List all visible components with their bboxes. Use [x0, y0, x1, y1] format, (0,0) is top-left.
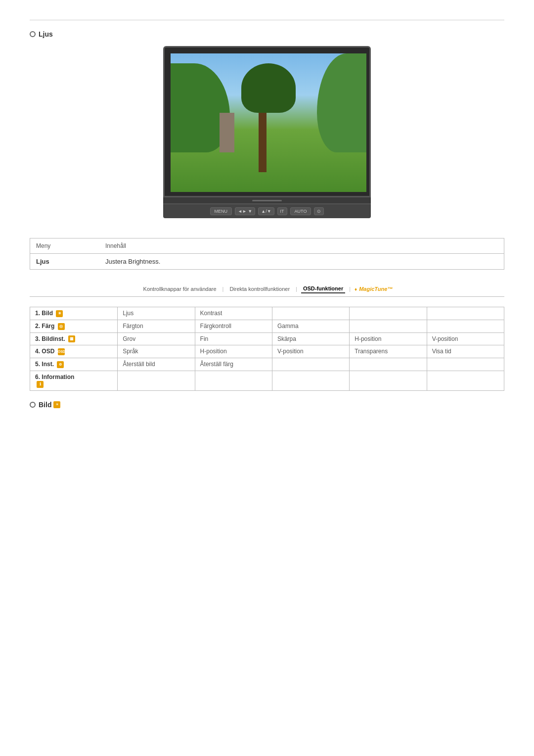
content-cell-1: Färgton — [118, 320, 195, 332]
menu-cell: 5. Inst. ⚙ — [30, 358, 118, 371]
menu-label: 5. Inst. — [35, 361, 54, 368]
content-cell-4 — [350, 371, 427, 391]
content-cell-5: Visa tid — [427, 345, 504, 358]
menu-label: 2. Färg — [35, 323, 54, 330]
auto-button[interactable]: AUTO — [290, 207, 312, 215]
monitor-screen — [171, 53, 366, 192]
monitor-frame — [163, 46, 371, 197]
nav-button[interactable]: ◄► ▼ — [235, 207, 255, 215]
content-cell-3: Gamma — [272, 320, 349, 332]
menu-cell: 3. Bildinst. ▦ — [30, 332, 118, 345]
content-cell-3 — [272, 307, 349, 320]
table-row: 6. Information ℹ — [30, 371, 504, 391]
nav-sep-2: | — [296, 286, 297, 292]
inst-icon: ⚙ — [57, 361, 64, 368]
table-row: 4. OSD OSD Språk H-position V-position T… — [30, 345, 504, 358]
nav-sep-3: | — [349, 286, 351, 292]
magictune-logo-icon: ♦ — [355, 286, 357, 292]
menu-cell: 4. OSD OSD — [30, 345, 118, 358]
content-cell-1: Ljus — [118, 307, 195, 320]
header-col1: Meny — [36, 242, 105, 249]
monitor-controls-bar: MENU ◄► ▼ ▲/▼ IT AUTO ⊙ — [163, 204, 371, 218]
menu-cell: 2. Färg ◎ — [30, 320, 118, 332]
menu-label: 4. OSD — [35, 348, 54, 355]
monitor-stand-line — [252, 200, 282, 201]
table-row: 2. Färg ◎ Färgton Färgkontroll Gamma — [30, 320, 504, 332]
row-content: Justera Brightness. — [105, 258, 498, 265]
table-row: 3. Bildinst. ▦ Grov Fin Skärpa H-positio… — [30, 332, 504, 345]
bild-icon: ☀ — [56, 310, 63, 317]
content-cell-2: Kontrast — [195, 307, 272, 320]
content-cell-2 — [195, 371, 272, 391]
garden-tree-canopy — [241, 63, 296, 113]
section2-bild-icon: ☀ — [53, 401, 60, 408]
content-cell-1 — [118, 371, 195, 391]
content-cell-2: H-position — [195, 345, 272, 358]
content-cell-3: V-position — [272, 345, 349, 358]
nav-tabs: Kontrollknappar för användare | Direkta … — [30, 284, 504, 297]
tab-direkta[interactable]: Direkta kontrollfunktioner — [227, 285, 292, 293]
content-cell-4 — [350, 358, 427, 371]
tab-kontrollknappar[interactable]: Kontrollknappar för användare — [141, 285, 219, 293]
menu-cell: 6. Information ℹ — [30, 371, 118, 391]
information-icon: ℹ — [37, 381, 44, 388]
farg-icon: ◎ — [58, 323, 65, 330]
garden-scene — [171, 53, 366, 192]
content-cell-2: Återställ färg — [195, 358, 272, 371]
nav-magictune[interactable]: ♦ MagicTune™ — [355, 286, 393, 292]
nav-sep-1: | — [222, 286, 224, 292]
content-cell-5 — [427, 358, 504, 371]
osd-table-container: 1. Bild ☀ Ljus Kontrast 2. Färg ◎ Färgto… — [30, 307, 504, 391]
content-cell-5: V-position — [427, 332, 504, 345]
circle-icon — [30, 31, 36, 37]
section2-circle-icon — [30, 402, 36, 408]
section1-header: Ljus — [30, 30, 504, 38]
content-cell-2: Fin — [195, 332, 272, 345]
tab-osd[interactable]: OSD-funktioner — [301, 284, 345, 293]
header-col2: Innehåll — [105, 242, 498, 249]
updown-button[interactable]: ▲/▼ — [258, 207, 274, 215]
bildinst-icon: ▦ — [68, 335, 75, 342]
section2-header: Bild ☀ — [30, 401, 504, 409]
content-cell-3 — [272, 371, 349, 391]
content-cell-4 — [350, 320, 427, 332]
osd-table: 1. Bild ☀ Ljus Kontrast 2. Färg ◎ Färgto… — [30, 307, 504, 391]
content-cell-4: Transparens — [350, 345, 427, 358]
table-row: 5. Inst. ⚙ Återställ bild Återställ färg — [30, 358, 504, 371]
it-button[interactable]: IT — [277, 207, 287, 215]
info-table: Meny Innehåll Ljus Justera Brightness. — [30, 238, 504, 270]
content-cell-1: Återställ bild — [118, 358, 195, 371]
content-cell-3 — [272, 358, 349, 371]
row-menu: Ljus — [36, 258, 105, 265]
magictune-label: MagicTune™ — [359, 286, 393, 292]
monitor-wrapper: MENU ◄► ▼ ▲/▼ IT AUTO ⊙ — [163, 46, 371, 218]
menu-button[interactable]: MENU — [210, 207, 232, 215]
section2-title: Bild — [39, 401, 51, 409]
content-cell-4 — [350, 307, 427, 320]
info-table-row: Ljus Justera Brightness. — [30, 254, 504, 269]
garden-foliage-right — [317, 53, 366, 152]
menu-label: 3. Bildinst. — [35, 335, 65, 342]
content-cell-5 — [427, 371, 504, 391]
content-cell-4: H-position — [350, 332, 427, 345]
power-button[interactable]: ⊙ — [314, 207, 324, 215]
monitor-bottom-bar — [163, 197, 371, 204]
monitor-container: MENU ◄► ▼ ▲/▼ IT AUTO ⊙ — [30, 46, 504, 218]
menu-label: 1. Bild — [35, 310, 53, 317]
garden-pagoda — [220, 113, 234, 152]
content-cell-1: Språk — [118, 345, 195, 358]
content-cell-5 — [427, 307, 504, 320]
info-table-header: Meny Innehåll — [30, 238, 504, 254]
content-cell-1: Grov — [118, 332, 195, 345]
menu-label: 6. Information — [35, 374, 74, 380]
osd-icon: OSD — [58, 348, 65, 355]
top-divider — [30, 20, 504, 20]
section1-title: Ljus — [39, 30, 53, 38]
content-cell-3: Skärpa — [272, 332, 349, 345]
content-cell-5 — [427, 320, 504, 332]
table-row: 1. Bild ☀ Ljus Kontrast — [30, 307, 504, 320]
menu-cell: 1. Bild ☀ — [30, 307, 118, 320]
content-cell-2: Färgkontroll — [195, 320, 272, 332]
